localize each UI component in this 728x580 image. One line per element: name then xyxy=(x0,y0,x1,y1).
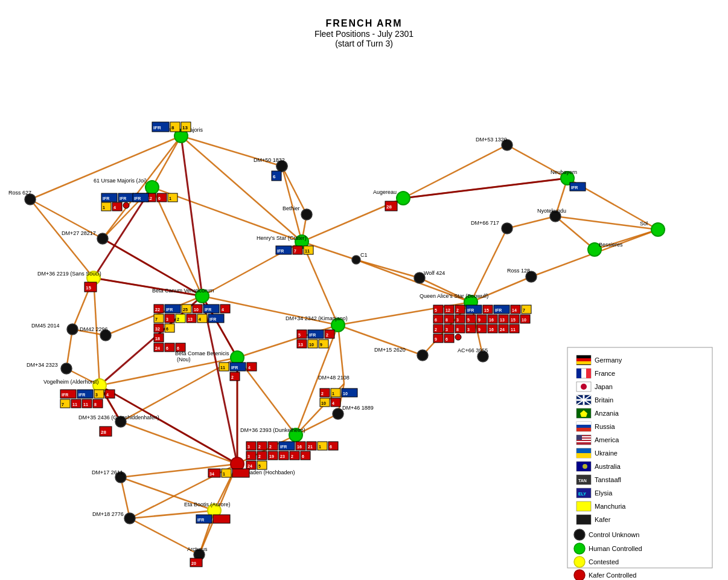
svg-text:Japan: Japan xyxy=(595,383,613,390)
svg-text:Eta Bootis (Aurore): Eta Bootis (Aurore) xyxy=(184,501,231,507)
svg-text:Australia: Australia xyxy=(595,463,621,470)
svg-point-386 xyxy=(581,384,587,390)
svg-text:2: 2 xyxy=(456,308,459,312)
svg-text:6: 6 xyxy=(273,174,276,179)
svg-text:11: 11 xyxy=(83,402,88,407)
svg-text:9: 9 xyxy=(320,343,322,347)
svg-text:6: 6 xyxy=(177,346,179,350)
svg-point-94 xyxy=(417,350,428,361)
svg-point-89 xyxy=(61,363,72,374)
svg-text:3: 3 xyxy=(247,445,250,449)
svg-point-426 xyxy=(574,543,585,554)
svg-text:Vogelheim (Alderhorst): Vogelheim (Alderhorst) xyxy=(43,379,99,385)
svg-text:Arcturus: Arcturus xyxy=(187,546,208,552)
svg-text:DM+46 1889: DM+46 1889 xyxy=(342,405,374,411)
svg-text:Beta Canum Venaticorum: Beta Canum Venaticorum xyxy=(152,288,214,294)
svg-text:4: 4 xyxy=(113,205,116,210)
svg-text:7: 7 xyxy=(62,402,64,407)
svg-rect-400 xyxy=(576,428,591,431)
svg-text:3: 3 xyxy=(456,318,459,322)
svg-text:DM+36 2393 (Dunkelheim): DM+36 2393 (Dunkelheim) xyxy=(240,427,305,433)
svg-rect-318 xyxy=(213,515,230,523)
svg-text:10: 10 xyxy=(321,401,326,405)
svg-text:Tanstaafl: Tanstaafl xyxy=(595,476,621,483)
svg-point-109 xyxy=(397,192,410,205)
svg-text:10: 10 xyxy=(343,392,348,396)
svg-text:1: 1 xyxy=(169,196,171,201)
svg-text:Control Unknown: Control Unknown xyxy=(589,531,639,538)
svg-text:6: 6 xyxy=(445,337,448,341)
svg-text:Augereau: Augereau xyxy=(373,189,397,195)
svg-text:13: 13 xyxy=(182,125,188,130)
svg-text:7: 7 xyxy=(294,249,296,253)
svg-text:2: 2 xyxy=(269,445,272,449)
svg-text:Sol: Sol xyxy=(640,221,648,227)
svg-text:DM+34 2323: DM+34 2323 xyxy=(27,362,58,368)
svg-text:IFR: IFR xyxy=(134,196,141,201)
svg-text:24: 24 xyxy=(247,464,252,468)
svg-text:DM+35 2436 (Grosshiddenhafen): DM+35 2436 (Grosshiddenhafen) xyxy=(78,414,159,420)
svg-text:Neubayern: Neubayern xyxy=(551,169,577,175)
svg-text:8: 8 xyxy=(445,318,448,322)
svg-text:2: 2 xyxy=(435,327,437,332)
svg-text:20: 20 xyxy=(191,561,196,566)
svg-text:9: 9 xyxy=(478,318,481,322)
svg-text:Britain: Britain xyxy=(595,396,613,404)
svg-text:Ukraine: Ukraine xyxy=(595,450,618,457)
svg-text:6: 6 xyxy=(166,327,168,331)
svg-point-84 xyxy=(301,209,312,220)
svg-text:Contested: Contested xyxy=(589,558,619,566)
svg-text:DM+53 1320: DM+53 1320 xyxy=(476,137,507,143)
svg-text:18: 18 xyxy=(155,337,160,341)
svg-text:Russia: Russia xyxy=(595,423,616,430)
svg-text:2: 2 xyxy=(258,445,261,449)
svg-text:3: 3 xyxy=(166,317,168,321)
svg-rect-398 xyxy=(576,422,591,425)
svg-text:5: 5 xyxy=(467,318,470,322)
svg-text:Manchuria: Manchuria xyxy=(595,503,626,510)
svg-text:1: 1 xyxy=(223,472,225,476)
svg-text:32: 32 xyxy=(155,327,160,331)
svg-text:34: 34 xyxy=(209,472,214,476)
svg-text:8: 8 xyxy=(94,402,97,407)
svg-text:15: 15 xyxy=(86,285,91,291)
svg-text:6: 6 xyxy=(166,346,168,350)
svg-text:2: 2 xyxy=(231,375,234,379)
svg-text:Anzania: Anzania xyxy=(595,410,619,417)
title-main: FRENCH ARM xyxy=(0,18,728,29)
svg-text:13: 13 xyxy=(298,343,303,347)
svg-rect-405 xyxy=(576,441,591,442)
svg-text:AC+66 3955: AC+66 3955 xyxy=(458,347,488,353)
svg-text:3: 3 xyxy=(467,327,470,332)
svg-text:IFR: IFR xyxy=(197,518,204,522)
svg-text:Ross 627: Ross 627 xyxy=(8,190,31,196)
svg-text:6: 6 xyxy=(302,454,304,459)
svg-text:DM+27 28217: DM+27 28217 xyxy=(62,230,96,236)
svg-text:TAN: TAN xyxy=(578,478,587,483)
svg-text:1: 1 xyxy=(103,205,105,210)
svg-text:3: 3 xyxy=(445,327,448,332)
svg-rect-378 xyxy=(576,358,591,361)
svg-text:Elysia: Elysia xyxy=(595,489,613,497)
svg-text:22: 22 xyxy=(155,308,160,312)
svg-text:Nyotekundu: Nyotekundu xyxy=(537,208,566,214)
svg-text:2: 2 xyxy=(326,333,328,337)
svg-text:DM+18 2776: DM+18 2776 xyxy=(92,511,124,517)
svg-text:7: 7 xyxy=(523,308,525,312)
svg-text:15: 15 xyxy=(511,318,516,322)
svg-text:IFR: IFR xyxy=(467,308,474,312)
svg-point-92 xyxy=(124,513,135,524)
svg-point-113 xyxy=(651,223,665,236)
title-sub: Fleet Positions - July 2301 xyxy=(0,29,728,39)
svg-text:IFR: IFR xyxy=(209,317,216,321)
svg-text:2: 2 xyxy=(177,317,179,321)
svg-text:2: 2 xyxy=(258,454,261,459)
svg-text:2: 2 xyxy=(321,392,324,396)
svg-text:IFR: IFR xyxy=(62,393,68,397)
svg-text:8: 8 xyxy=(171,125,174,130)
svg-text:DM+66 717: DM+66 717 xyxy=(471,220,499,226)
svg-text:IFR: IFR xyxy=(280,445,287,449)
svg-text:DM+15 2620: DM+15 2620 xyxy=(374,347,406,353)
svg-text:16: 16 xyxy=(297,445,302,449)
svg-text:IFR: IFR xyxy=(205,308,211,312)
